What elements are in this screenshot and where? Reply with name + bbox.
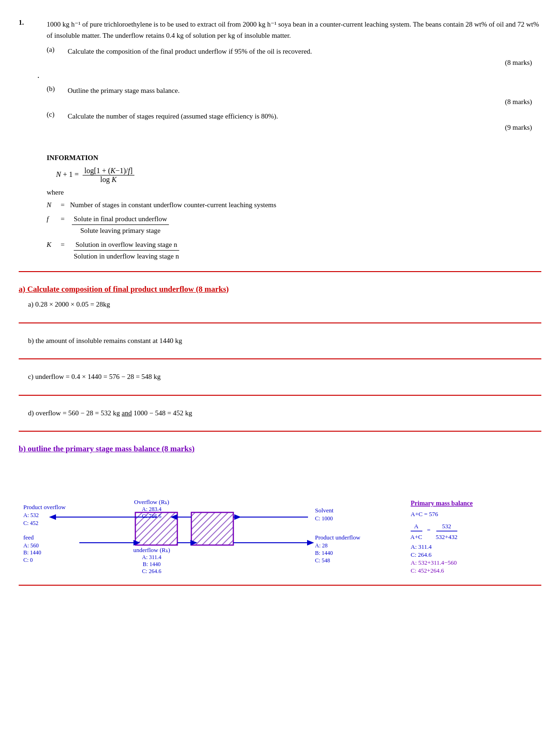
def-f: f = Solute in final product underflow So… bbox=[47, 213, 513, 236]
pmb-frac-eq: = bbox=[427, 526, 430, 533]
pmb-A-val: A: 311.4 bbox=[411, 543, 432, 550]
product-underflow-label: Product underflow bbox=[315, 534, 361, 541]
underflow-r1-C: C: 264.6 bbox=[142, 568, 161, 573]
def-eq-N: = bbox=[61, 199, 70, 210]
process-diagram: Overflow (R₁) A: 283.4 C: 716.6 Product … bbox=[19, 470, 541, 573]
product-underflow-C: C: 548 bbox=[315, 557, 330, 564]
marks-b: (8 marks) bbox=[19, 98, 532, 106]
info-title: INFORMATION bbox=[47, 154, 513, 162]
sub-text-c: Calculate the number of stages required … bbox=[68, 111, 541, 122]
answer-step-a4: d) overflow = 560 − 28 = 532 kg and 1000… bbox=[28, 407, 541, 420]
solvent-C: C: 1000 bbox=[315, 515, 333, 522]
def-text-f: Solute in final product underflow Solute… bbox=[70, 213, 513, 236]
def-var-K: K bbox=[47, 239, 61, 262]
pmb-title: Primary mass balance bbox=[411, 500, 473, 507]
question-text: 1000 kg h⁻¹ of pure trichloroethylene is… bbox=[47, 19, 541, 41]
answer-heading-a: a) Calculate composition of final produc… bbox=[19, 285, 541, 294]
formula-fraction: log[1 + (K−1)/f] log K bbox=[83, 167, 134, 184]
overflow-arrowhead bbox=[49, 514, 56, 520]
question-number: 1. bbox=[19, 19, 47, 41]
feed-B: B: 1440 bbox=[23, 549, 41, 556]
sub-question-a: (a) Calculate the composition of the fin… bbox=[47, 46, 541, 57]
def-text-K: Solution in overflow leaving stage n Sol… bbox=[70, 239, 513, 262]
pmb-frac-numer: A bbox=[414, 523, 419, 530]
sub-question-b: (b) Outline the primary stage mass balan… bbox=[47, 85, 541, 96]
product-underflow-arrowhead bbox=[307, 540, 314, 546]
sub-label-c: (c) bbox=[47, 111, 68, 122]
f-denom: Solute leaving primary stage bbox=[78, 225, 162, 236]
answer-section-a-step3: c) underflow = 0.4 × 1440 = 576 − 28 = 5… bbox=[19, 366, 541, 388]
red-divider-1 bbox=[19, 271, 541, 272]
feed-A: A: 560 bbox=[23, 542, 39, 549]
answer-section-a-step4: d) overflow = 560 − 28 = 532 kg and 1000… bbox=[19, 403, 541, 424]
pmb-line1: A+C = 576 bbox=[411, 511, 438, 518]
overflow-r1-label: Overflow (R₁) bbox=[134, 498, 169, 505]
marks-a: (8 marks) bbox=[19, 59, 532, 67]
sub-text-a: Calculate the composition of the final p… bbox=[68, 46, 541, 57]
answer-section-a-step2: b) the amount of insoluble remains const… bbox=[19, 330, 541, 352]
def-eq-K: = bbox=[61, 239, 70, 262]
stage-box-right bbox=[191, 512, 233, 545]
feed-label: feed bbox=[23, 534, 34, 541]
formula-denom: log K bbox=[98, 175, 119, 184]
underflow-r1-A: A: 311.4 bbox=[142, 554, 161, 560]
red-divider-a3 bbox=[19, 395, 541, 396]
sub-label-b: (b) bbox=[47, 85, 68, 96]
pmb-C-val: C: 264.6 bbox=[411, 551, 432, 558]
def-eq-f: = bbox=[61, 213, 70, 236]
sub-text-b: Outline the primary stage mass balance. bbox=[68, 85, 541, 96]
red-divider-a2 bbox=[19, 358, 541, 359]
def-K: K = Solution in overflow leaving stage n… bbox=[47, 239, 513, 262]
product-overflow-C: C: 452 bbox=[23, 520, 38, 526]
underflow-r1-B: B: 1440 bbox=[143, 561, 161, 567]
sub-question-c: (c) Calculate the number of stages requi… bbox=[47, 111, 541, 122]
overflow-r1-A: A: 283.4 bbox=[142, 506, 161, 512]
f-numer: Solute in final product underflow bbox=[72, 213, 169, 225]
pmb-C-calc: C: 452+264.6 bbox=[411, 567, 444, 573]
answer-step-a1: a) 0.28 × 2000 × 0.05 = 28kg bbox=[28, 299, 541, 311]
formula-numer: log[1 + (K−1)/f] bbox=[83, 167, 134, 175]
solvent-arrowhead bbox=[234, 514, 241, 520]
marks-c: (9 marks) bbox=[19, 124, 532, 132]
def-text-N: Number of stages in constant underflow c… bbox=[70, 199, 513, 210]
def-var-N: N bbox=[47, 199, 61, 210]
K-denom: Solution in underflow leaving stage n bbox=[72, 251, 181, 262]
pmb-frac2-denom: 532+432 bbox=[436, 533, 457, 540]
red-divider-bottom bbox=[19, 585, 541, 586]
red-divider-a4 bbox=[19, 431, 541, 432]
answer-step-a3: c) underflow = 0.4 × 1440 = 576 − 28 = 5… bbox=[28, 371, 541, 383]
answer-section-b: b) outline the primary stage mass balanc… bbox=[19, 439, 541, 461]
product-underflow-B: B: 1440 bbox=[315, 550, 333, 556]
product-overflow-label: Product overflow bbox=[23, 504, 66, 511]
solvent-label: Solvent bbox=[315, 507, 334, 514]
answer-section-a: a) Calculate composition of final produc… bbox=[19, 279, 541, 315]
answer-heading-b: b) outline the primary stage mass balanc… bbox=[19, 444, 541, 454]
feed-C: C: 0 bbox=[23, 557, 33, 563]
information-block: INFORMATION N + 1 = log[1 + (K−1)/f] log… bbox=[47, 154, 513, 262]
pmb-frac-denom: A+C bbox=[410, 533, 422, 540]
question-section: 1. 1000 kg h⁻¹ of pure trichloroethylene… bbox=[19, 14, 541, 145]
sub-label-a: (a) bbox=[47, 46, 68, 57]
product-overflow-A: A: 532 bbox=[23, 512, 39, 518]
diagram-wrapper: Overflow (R₁) A: 283.4 C: 716.6 Product … bbox=[19, 466, 541, 578]
red-divider-a1 bbox=[19, 322, 541, 323]
formula-block: N + 1 = log[1 + (K−1)/f] log K bbox=[56, 167, 513, 184]
where-block: where N = Number of stages in constant u… bbox=[47, 189, 513, 262]
product-underflow-A: A: 28 bbox=[315, 542, 328, 549]
K-numer: Solution in overflow leaving stage n bbox=[74, 239, 179, 251]
pmb-frac2-numer: 532 bbox=[442, 523, 451, 530]
pmb-A-calc: A: 532+311.4−560 bbox=[411, 559, 457, 566]
where-label: where bbox=[47, 189, 513, 196]
overflow-r1-C: C: 716.6 bbox=[142, 513, 161, 519]
def-N: N = Number of stages in constant underfl… bbox=[47, 199, 513, 210]
answer-step-a2: b) the amount of insoluble remains const… bbox=[28, 335, 541, 347]
question-row: 1. 1000 kg h⁻¹ of pure trichloroethylene… bbox=[19, 19, 541, 41]
K-fraction: Solution in overflow leaving stage n Sol… bbox=[72, 239, 181, 262]
def-var-f: f bbox=[47, 213, 61, 236]
underflow-r1-label: underflow (R₁) bbox=[133, 546, 170, 553]
dot-separator: . bbox=[37, 70, 541, 80]
f-fraction: Solute in final product underflow Solute… bbox=[72, 213, 169, 236]
